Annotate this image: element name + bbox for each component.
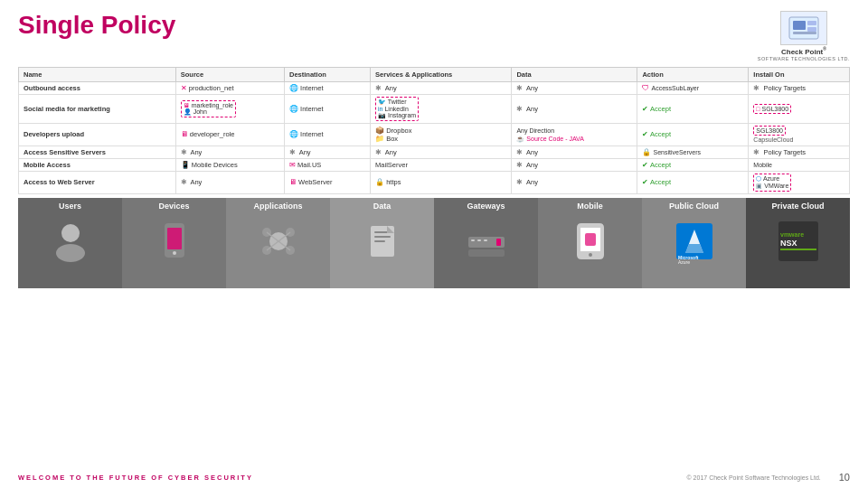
row-dest: 🌐 Internet — [284, 81, 370, 94]
logo-icon — [780, 11, 827, 45]
row-services: 📦 Dropbox 📁 Box — [371, 123, 512, 145]
col-destination: Destination — [284, 67, 370, 81]
users-icon — [43, 214, 98, 268]
row-install: ✱ Policy Targets — [749, 145, 850, 158]
logo-area: Check Point® SOFTWARE TECHNOLOGIES LTD. — [758, 11, 850, 61]
svg-rect-25 — [471, 239, 475, 241]
row-services: ✱ Any — [371, 145, 512, 158]
svg-rect-26 — [477, 239, 481, 241]
svg-rect-2 — [807, 21, 816, 25]
row-install: ⬡ Azure ▣ VMWare — [749, 171, 850, 193]
row-action: 🛡 AccessSubLayer — [637, 81, 749, 94]
row-source: 📱 Mobile Devices — [175, 158, 284, 171]
row-name: Access Sensitive Servers — [19, 145, 176, 158]
col-services: Services & Applications — [371, 67, 512, 81]
row-install: SGL3800 CapsuleCloud — [749, 123, 850, 145]
svg-rect-32 — [585, 233, 596, 246]
table-row: Developers upload 🖥 developer_role 🌐 Int… — [19, 123, 850, 145]
bottom-cards-strip: Users Devices Applications — [18, 198, 850, 288]
row-data: Any Direction ☕ Source Code - JAVA — [512, 123, 637, 145]
col-install: Install On — [749, 67, 850, 81]
row-data: ✱ Any — [512, 145, 637, 158]
row-action: ✔ Accept — [637, 123, 749, 145]
card-private-label: Private Cloud — [771, 202, 824, 211]
row-install: Mobile — [749, 158, 850, 171]
row-data: ✱ Any — [512, 94, 637, 123]
row-services: MailServer — [371, 158, 512, 171]
row-services: 🔒 https — [371, 171, 512, 193]
card-devices: Devices — [122, 198, 226, 288]
table-row: Access Sensitive Servers ✱ Any ✱ Any ✱ A… — [19, 145, 850, 158]
row-name: Social media for marketing — [19, 94, 176, 123]
card-devices-label: Devices — [158, 202, 189, 211]
row-name: Mobile Access — [19, 158, 176, 171]
row-data: ✱ Any — [512, 171, 637, 193]
header: Single Policy Check Point® SOFTWARE TECH… — [0, 0, 868, 67]
data-icon — [355, 214, 410, 268]
row-source: 🖥 developer_role — [175, 123, 284, 145]
mobile-icon — [563, 214, 618, 268]
card-users-label: Users — [59, 202, 81, 211]
col-source: Source — [175, 67, 284, 81]
footer: WELCOME TO THE FUTURE OF CYBER SECURITY … — [18, 472, 850, 483]
svg-point-9 — [173, 251, 176, 255]
svg-text:NSX: NSX — [780, 239, 797, 248]
col-name: Name — [19, 67, 176, 81]
svg-point-6 — [56, 244, 85, 262]
logo-sub: SOFTWARE TECHNOLOGIES LTD. — [758, 56, 850, 61]
logo-name: Check Point® — [781, 46, 826, 56]
svg-rect-21 — [374, 236, 391, 238]
svg-text:vmware: vmware — [780, 231, 804, 238]
svg-rect-28 — [496, 239, 501, 246]
table-row: Mobile Access 📱 Mobile Devices ✉ Mail.US… — [19, 158, 850, 171]
row-services: 🐦 Twitter in LinkedIn 📷 Instagram — [371, 94, 512, 123]
row-action: ✔ Accept — [637, 94, 749, 123]
footer-page-number: 10 — [839, 472, 850, 483]
card-gateways-label: Gateways — [467, 202, 505, 211]
row-name: Developers upload — [19, 123, 176, 145]
card-data-label: Data — [373, 202, 392, 211]
devices-icon — [147, 214, 202, 268]
card-gateways: Gateways — [434, 198, 538, 288]
main-content: Name Source Destination Services & Appli… — [0, 67, 868, 288]
footer-tagline: WELCOME TO THE FUTURE OF CYBER SECURITY — [18, 474, 253, 482]
row-source: ✱ Any — [175, 145, 284, 158]
card-applications: Applications — [226, 198, 330, 288]
card-mobile-label: Mobile — [577, 202, 603, 211]
card-mobile: Mobile — [538, 198, 642, 288]
row-action: ✔ Accept — [637, 171, 749, 193]
row-install: □ SGL3800 — [749, 94, 850, 123]
svg-rect-4 — [793, 32, 816, 34]
svg-rect-29 — [468, 249, 505, 257]
page-title: Single Policy — [18, 11, 175, 40]
card-data: Data — [330, 198, 434, 288]
footer-copyright: © 2017 Check Point Software Technologies… — [687, 474, 821, 481]
card-public-label: Public Cloud — [669, 202, 719, 211]
row-source: 🖥 marketing_role 👤 John — [175, 94, 284, 123]
table-row: Access to Web Server ✱ Any 🖥 WebServer 🔒… — [19, 171, 850, 193]
svg-rect-3 — [807, 27, 816, 32]
row-name: Outbound access — [19, 81, 176, 94]
policy-table: Name Source Destination Services & Appli… — [18, 67, 850, 194]
card-public-cloud: Public Cloud Microsoft Azure — [642, 198, 746, 288]
row-services: ✱ Any — [371, 81, 512, 94]
row-source: ✕ production_net — [175, 81, 284, 94]
row-dest: ✉ Mail.US — [284, 158, 370, 171]
svg-point-31 — [589, 253, 592, 257]
row-data: ✱ Any — [512, 81, 637, 94]
col-action: Action — [637, 67, 749, 81]
row-dest: 🌐 Internet — [284, 123, 370, 145]
svg-rect-27 — [484, 239, 487, 241]
row-data: ✱ Any — [512, 158, 637, 171]
row-action: ✔ Accept — [637, 158, 749, 171]
row-source: ✱ Any — [175, 171, 284, 193]
row-action: 🔒 SensitiveServers — [637, 145, 749, 158]
card-users: Users — [18, 198, 122, 288]
private-cloud-icon: vmware NSX — [771, 214, 826, 268]
svg-point-5 — [61, 224, 80, 242]
public-cloud-icon: Microsoft Azure — [667, 214, 722, 268]
row-install: ✱ Policy Targets — [749, 81, 850, 94]
svg-text:Azure: Azure — [678, 259, 690, 264]
table-row: Social media for marketing 🖥 marketing_r… — [19, 94, 850, 123]
card-apps-label: Applications — [253, 202, 302, 211]
